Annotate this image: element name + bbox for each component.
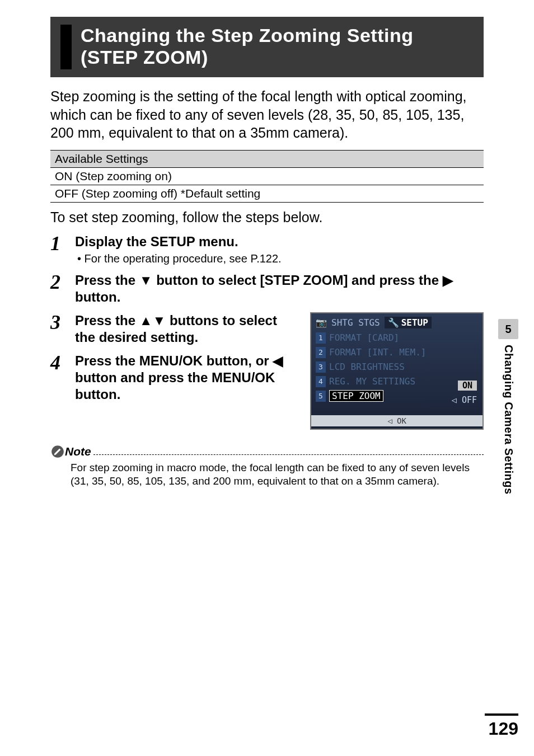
- lcd-setup-tab: 🔧 SETUP: [385, 317, 432, 328]
- step-3: 3 Press the ▲▼ buttons to select the des…: [50, 312, 300, 346]
- step-headline: Press the MENU/OK button, or ◀ button an…: [75, 353, 300, 403]
- lcd-value-off: ◁ OFF: [452, 395, 477, 405]
- page-number: 129: [489, 719, 518, 739]
- step-4: 4 Press the MENU/OK button, or ◀ button …: [50, 353, 300, 403]
- table-header: Available Settings: [50, 150, 484, 167]
- step-headline: Display the SETUP menu.: [75, 233, 484, 250]
- note-block: Note For step zooming in macro mode, the…: [50, 444, 484, 489]
- step-2: 2 Press the ▼ button to select [STEP ZOO…: [50, 272, 484, 306]
- step-number: 1: [50, 233, 75, 265]
- note-pencil-icon: [50, 444, 65, 459]
- side-chapter-tab: 5 Changing Camera Settings: [498, 319, 518, 495]
- step-sub: For the operating procedure, see P.122.: [77, 252, 484, 265]
- left-triangle-icon: ◀: [273, 353, 283, 369]
- right-triangle-icon: ▶: [443, 272, 453, 289]
- chapter-number: 5: [498, 319, 518, 339]
- table-header-row: Available Settings: [50, 150, 484, 167]
- section-title: Changing the Step Zooming Setting (STEP …: [81, 25, 474, 68]
- lcd-row: LCD BRIGHTNESS: [329, 361, 405, 372]
- up-down-triangle-icon: ▲▼: [139, 312, 166, 329]
- title-marker: [60, 25, 72, 69]
- lcd-row-selected: STEP ZOOM: [329, 390, 383, 402]
- table-row: OFF (Step zooming off) *Default setting: [50, 185, 484, 202]
- lcd-row: REG. MY SETTINGS: [329, 376, 415, 387]
- lcd-value-on: ON: [458, 381, 477, 391]
- note-label: Note: [65, 445, 91, 458]
- steps-list-cont: 3 Press the ▲▼ buttons to select the des…: [50, 312, 300, 403]
- lead-text: To set step zooming, follow the steps be…: [50, 209, 484, 226]
- down-triangle-icon: ▼: [139, 272, 153, 289]
- note-text: For step zooming in macro mode, the foca…: [71, 461, 484, 489]
- step-headline: Press the ▲▼ buttons to select the desir…: [75, 312, 300, 346]
- step-number: 3: [50, 312, 75, 346]
- table-cell: ON (Step zooming on): [50, 167, 484, 185]
- camera-lcd-screenshot: 📷 SHTG STGS 🔧 SETUP 1FORMAT [CARD] 2FORM…: [310, 312, 484, 430]
- section-title-bar: Changing the Step Zooming Setting (STEP …: [50, 17, 484, 77]
- table-row: ON (Step zooming on): [50, 167, 484, 185]
- wrench-icon: 🔧: [388, 317, 399, 328]
- lcd-ok-hint: ◁ OK: [311, 415, 483, 426]
- note-dash-line: [93, 448, 484, 455]
- chapter-label: Changing Camera Settings: [502, 345, 515, 495]
- intro-paragraph: Step zooming is the setting of the focal…: [50, 87, 484, 142]
- page-number-bar: [485, 713, 518, 716]
- available-settings-table: Available Settings ON (Step zooming on) …: [50, 150, 484, 203]
- lcd-top-left: SHTG STGS: [331, 317, 380, 328]
- lcd-row: FORMAT [INT. MEM.]: [329, 347, 426, 358]
- lcd-cam-icon: 📷: [316, 317, 327, 328]
- step-number: 4: [50, 353, 75, 403]
- step-1: 1 Display the SETUP menu. For the operat…: [50, 233, 484, 265]
- step-headline: Press the ▼ button to select [STEP ZOOM]…: [75, 272, 484, 306]
- table-cell: OFF (Step zooming off) *Default setting: [50, 185, 484, 202]
- step-number: 2: [50, 272, 75, 306]
- steps-list: 1 Display the SETUP menu. For the operat…: [50, 233, 484, 306]
- lcd-row: FORMAT [CARD]: [329, 332, 399, 343]
